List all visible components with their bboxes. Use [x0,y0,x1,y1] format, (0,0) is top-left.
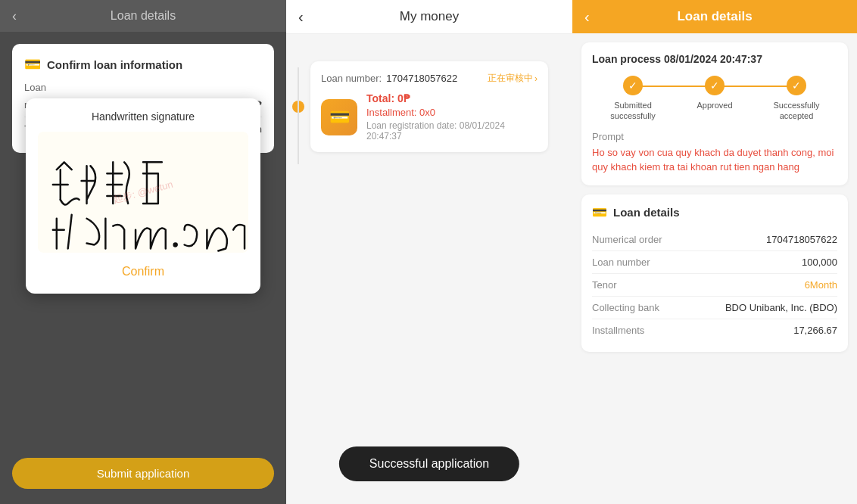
step-accepted-label: Successfullyaccepted [773,100,819,122]
step-approved: ✓ Approved [674,76,756,110]
loan-number-label: Loan number: [321,73,382,84]
reg-date-label: Loan registration date: [366,120,457,131]
step-submitted-line [633,86,715,87]
mid-header: ‹ My money [286,0,572,34]
confirm-icon: 💳 [24,56,41,73]
step-approved-label: Approved [697,100,732,110]
total-row: Total: 0₱ [366,92,538,104]
prompt-label: Prompt [592,131,837,142]
loan-number-detail-row: Loan number 100,000 [592,251,837,274]
process-card: Loan process 08/01/2024 20:47:37 ✓ Submi… [581,42,848,185]
status-text: 正在审核中 [488,72,533,85]
mid-title: My money [400,9,459,24]
loan-card-body: 💳 Total: 0₱ Installment: 0x0 Loan regist… [321,92,538,142]
prompt-section: Prompt Ho so vay von cua quy khach da du… [592,131,837,175]
collecting-bank-label: Collecting bank [592,302,659,313]
numerical-order-label: Numerical order [592,234,662,245]
collecting-bank-value: BDO Unibank, Inc. (BDO) [725,302,837,313]
prompt-text: Ho so vay von cua quy khach da duyet tha… [592,145,837,175]
right-title: Loan details [677,9,752,24]
numerical-order-value: 1704718057622 [766,234,837,245]
signature-area[interactable]: 起步: @wetun [38,132,248,253]
step-accepted-circle: ✓ [787,76,806,95]
details-card: 💳 Loan details Numerical order 170471805… [581,194,848,352]
installment-row: Installment: 0x0 [366,107,538,118]
tenor-value: 6Month [805,279,837,291]
loan-number-section: Loan number: 1704718057622 [321,73,457,84]
left-header: ‹ Loan details [0,0,286,32]
svg-point-1 [174,244,177,247]
tenor-label: Tenor [592,279,617,291]
details-header-label: Loan details [613,206,680,219]
status-arrow: › [534,73,538,84]
installment-value: 0x0 [419,107,435,118]
installment-label: Installment: [366,107,416,118]
left-back-button[interactable]: ‹ [12,8,17,24]
loan-number-detail-label: Loan number [592,257,650,268]
total-label: Total: [366,92,394,104]
loan-icon-wrap: 💳 [321,99,357,135]
step-approved-circle: ✓ [705,76,725,95]
loan-number-value: 1704718057622 [386,73,457,84]
loan-card-icon: 💳 [329,107,350,127]
installments-label: Installments [592,325,644,336]
signature-svg [38,132,248,253]
right-header: ‹ Loan details [572,0,857,33]
panel-left: ‹ Loan details 💳 Confirm loan informatio… [0,0,286,504]
panel-mid: ‹ My money Loan number: 1704718057622 正在… [286,0,572,504]
step-submitted-label: Submittedsuccessfully [610,100,655,122]
loan-card-top: Loan number: 1704718057622 正在审核中 › [321,72,538,85]
signature-title: Handwritten signature [92,110,195,123]
confirm-header-label: Confirm loan information [47,58,182,71]
timeline-line [298,67,299,164]
loan-status-badge: 正在审核中 › [488,72,538,85]
total-value: 0₱ [397,92,410,104]
loan-card-container: Loan number: 1704718057622 正在审核中 › 💳 Tot… [298,49,560,164]
panel-right: ‹ Loan details Loan process 08/01/2024 2… [572,0,857,504]
step-approved-line [715,86,796,87]
step-submitted: ✓ Submittedsuccessfully [592,76,674,122]
successful-application-button[interactable]: Successful application [339,446,519,481]
tenor-row: Tenor 6Month [592,274,837,297]
loan-number-detail-value: 100,000 [802,257,837,268]
installments-value: 17,266.67 [793,325,837,336]
step-submitted-circle: ✓ [623,76,643,95]
numerical-order-row: Numerical order 1704718057622 [592,229,837,251]
details-card-header: 💳 Loan details [592,205,837,219]
details-icon: 💳 [592,205,607,219]
loan-row: Loan [24,82,262,93]
installments-row: Installments 17,266.67 [592,319,837,341]
loan-card[interactable]: Loan number: 1704718057622 正在审核中 › 💳 Tot… [310,61,548,152]
left-title: Loan details [111,9,176,23]
loan-label: Loan [24,82,46,93]
mid-back-button[interactable]: ‹ [298,8,304,26]
right-scroll-area: Loan process 08/01/2024 20:47:37 ✓ Submi… [572,33,857,504]
collecting-bank-row: Collecting bank BDO Unibank, Inc. (BDO) [592,297,837,319]
process-steps: ✓ Submittedsuccessfully ✓ Approved ✓ [592,76,837,122]
reg-date-row: Loan registration date: 08/01/2024 20:47… [366,120,538,142]
signature-confirm-button[interactable]: Confirm [122,262,164,282]
signature-modal: Handwritten signature [26,98,260,294]
confirm-card-header: 💳 Confirm loan information [24,56,262,73]
right-back-button[interactable]: ‹ [584,8,590,26]
submit-application-button[interactable]: Submit application [12,458,274,489]
loan-info: Total: 0₱ Installment: 0x0 Loan registra… [366,92,538,142]
step-accepted: ✓ Successfullyaccepted [756,76,837,122]
process-title: Loan process 08/01/2024 20:47:37 [592,53,837,65]
